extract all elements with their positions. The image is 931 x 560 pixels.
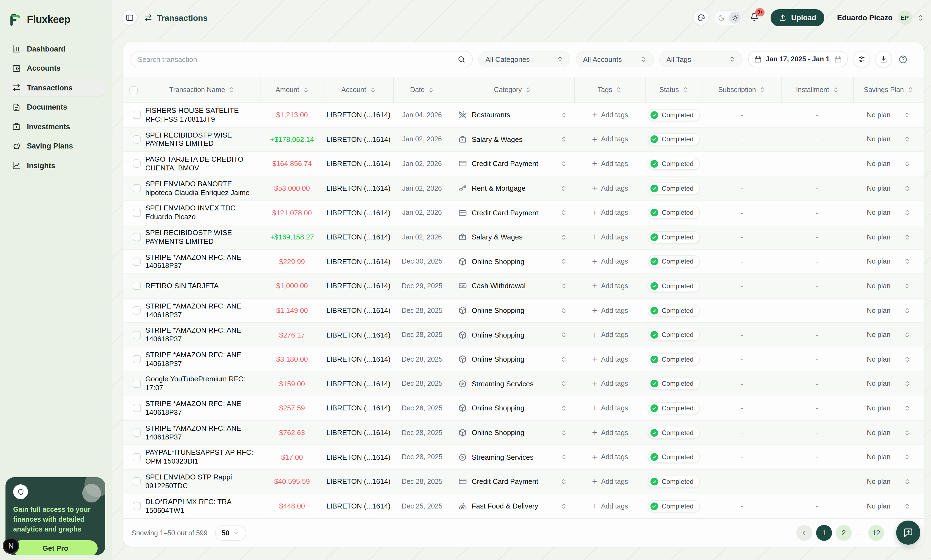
row-checkbox[interactable] [133, 380, 141, 388]
savings-plan-select[interactable]: No plan [854, 282, 923, 290]
savings-plan-select[interactable]: No plan [854, 477, 923, 485]
savings-plan-select[interactable]: No plan [854, 258, 923, 266]
category-select[interactable]: Credit Card Payment [451, 160, 574, 168]
select-all-checkbox[interactable] [129, 86, 137, 94]
savings-plan-select[interactable]: No plan [854, 503, 923, 510]
savings-plan-select[interactable]: No plan [854, 135, 923, 143]
add-tags-button[interactable]: Add tags [591, 160, 628, 168]
savings-plan-select[interactable]: No plan [854, 306, 923, 314]
page-button-12[interactable]: 12 [868, 525, 884, 541]
savings-plan-select[interactable]: No plan [854, 429, 923, 437]
category-select[interactable]: Online Shopping [451, 306, 574, 314]
savings-plan-select[interactable]: No plan [854, 111, 923, 119]
row-checkbox[interactable] [133, 453, 141, 461]
add-tags-button[interactable]: Add tags [591, 477, 628, 485]
get-pro-button[interactable]: Get Pro [13, 540, 97, 555]
row-checkbox[interactable] [133, 331, 141, 339]
filter-select-all-categories[interactable]: All Categories [478, 51, 570, 68]
savings-plan-select[interactable]: No plan [854, 380, 923, 388]
add-tags-button[interactable]: Add tags [591, 258, 628, 266]
savings-plan-select[interactable]: No plan [854, 453, 923, 461]
add-tags-button[interactable]: Add tags [591, 355, 628, 363]
category-select[interactable]: Online Shopping [451, 331, 574, 339]
sidebar-item-accounts[interactable]: Accounts [6, 60, 107, 77]
moon-icon[interactable] [718, 14, 725, 21]
add-tags-button[interactable]: Add tags [591, 503, 628, 510]
category-select[interactable]: Credit Card Payment [451, 477, 574, 486]
savings-plan-select[interactable]: No plan [854, 234, 923, 241]
category-select[interactable]: Salary & Wages [451, 233, 574, 242]
column-header-installment[interactable]: Installment [781, 77, 854, 103]
sidebar-item-investments[interactable]: Investments [6, 118, 107, 135]
add-tags-button[interactable]: Add tags [591, 453, 628, 461]
category-select[interactable]: Salary & Wages [451, 135, 574, 143]
add-tags-button[interactable]: Add tags [591, 234, 628, 241]
feedback-chat-button[interactable] [896, 520, 920, 545]
add-tags-button[interactable]: Add tags [591, 380, 628, 388]
category-select[interactable]: Restaurants [451, 111, 574, 119]
sidebar-item-dashboard[interactable]: Dashboard [6, 40, 107, 57]
add-tags-button[interactable]: Add tags [591, 429, 628, 437]
row-checkbox[interactable] [133, 306, 141, 314]
category-select[interactable]: Online Shopping [451, 257, 574, 266]
row-checkbox[interactable] [133, 135, 141, 143]
category-select[interactable]: Streaming Services [451, 380, 574, 388]
category-select[interactable]: Online Shopping [451, 355, 574, 363]
export-download-button[interactable] [875, 51, 892, 68]
category-select[interactable]: Streaming Services [451, 453, 574, 461]
column-header-category[interactable]: Category [451, 77, 574, 103]
column-header-status[interactable]: Status [645, 77, 702, 103]
row-checkbox[interactable] [133, 111, 141, 119]
savings-plan-select[interactable]: No plan [854, 355, 923, 363]
add-tags-button[interactable]: Add tags [591, 405, 628, 412]
category-select[interactable]: Fast Food & Delivery [451, 502, 574, 511]
search-input[interactable] [137, 55, 457, 63]
category-select[interactable]: Credit Card Payment [451, 209, 574, 217]
sidebar-item-insights[interactable]: Insights [6, 157, 107, 174]
row-checkbox[interactable] [133, 282, 141, 290]
sidebar-item-saving-plans[interactable]: Saving Plans [6, 138, 107, 154]
page-size-select[interactable]: 50 [215, 525, 247, 540]
add-tags-button[interactable]: Add tags [591, 331, 628, 338]
column-header-savings-plan[interactable]: Savings Plan [854, 77, 923, 103]
row-checkbox[interactable] [133, 404, 141, 412]
dark-light-toggle[interactable] [714, 10, 743, 25]
page-button-2[interactable]: 2 [836, 525, 852, 541]
column-header-amount[interactable]: Amount [261, 77, 324, 103]
category-select[interactable]: Cash Withdrawal [451, 282, 574, 290]
row-checkbox[interactable] [133, 257, 141, 266]
dev-tools-badge[interactable]: N [3, 537, 19, 554]
row-checkbox[interactable] [133, 429, 141, 437]
add-tags-button[interactable]: Add tags [591, 135, 628, 143]
add-tags-button[interactable]: Add tags [591, 282, 628, 290]
savings-plan-select[interactable]: No plan [854, 331, 923, 338]
row-checkbox[interactable] [133, 502, 141, 511]
filter-select-all-tags[interactable]: All Tags [659, 51, 743, 68]
row-checkbox[interactable] [133, 355, 141, 363]
column-header-transaction-name[interactable]: Transaction Name [144, 77, 261, 103]
column-header-subscription[interactable]: Subscription [702, 77, 781, 103]
add-tags-button[interactable]: Add tags [591, 185, 628, 192]
page-button-1[interactable]: 1 [816, 525, 832, 541]
upload-button[interactable]: Upload [771, 9, 824, 26]
column-header-tags[interactable]: Tags [574, 77, 645, 103]
filter-select-all-accounts[interactable]: All Accounts [576, 51, 654, 68]
savings-plan-select[interactable]: No plan [854, 160, 923, 168]
light-mode-selected[interactable] [729, 11, 741, 23]
sidebar-item-transactions[interactable]: Transactions [6, 80, 107, 96]
savings-plan-select[interactable]: No plan [854, 185, 923, 192]
notifications-button[interactable]: 9+ [750, 12, 759, 23]
sidebar-item-documents[interactable]: Documents [6, 99, 107, 115]
previous-page-button[interactable] [797, 525, 812, 541]
savings-plan-select[interactable]: No plan [854, 209, 923, 217]
row-checkbox[interactable] [133, 233, 141, 242]
savings-plan-select[interactable]: No plan [854, 405, 923, 412]
user-avatar[interactable]: EP [897, 11, 912, 25]
column-settings-button[interactable] [854, 51, 870, 68]
user-menu-chevron-icon[interactable] [917, 14, 924, 21]
add-tags-button[interactable]: Add tags [591, 306, 628, 314]
column-header-date[interactable]: Date [393, 77, 451, 103]
category-select[interactable]: Online Shopping [451, 429, 574, 437]
help-button[interactable] [899, 54, 908, 64]
row-checkbox[interactable] [133, 184, 141, 192]
